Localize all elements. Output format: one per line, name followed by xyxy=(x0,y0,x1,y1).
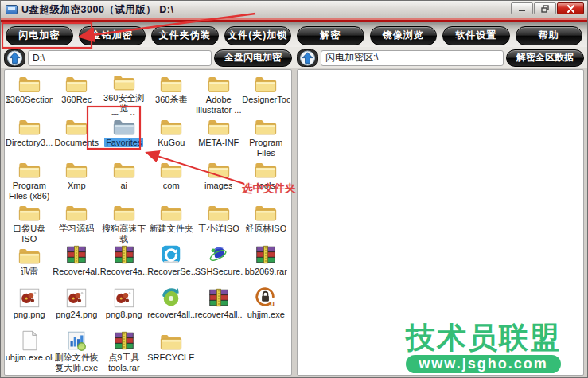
file-label: 迅雷 xyxy=(21,267,38,277)
file-item[interactable]: META-INF xyxy=(195,115,243,158)
toolbar-button-image-browse[interactable]: 镜像浏览 xyxy=(370,26,438,45)
watermark-url: www.jsgho.com xyxy=(406,355,561,373)
file-label: 搜狗高速下 载 xyxy=(102,224,146,244)
file-item[interactable]: 删除文件恢 复大师.exe xyxy=(53,329,101,372)
file-item[interactable]: Documents xyxy=(53,115,101,158)
file-label: com xyxy=(163,181,180,191)
encrypt-whole-disk-button[interactable]: 全盘闪电加密 xyxy=(214,49,292,67)
file-item[interactable]: RecoverSe... xyxy=(148,244,196,286)
file-item[interactable]: 360安全浏览 器下载 xyxy=(100,72,148,115)
file-item[interactable]: ai xyxy=(100,158,148,201)
toolbar-button-gold-encrypt[interactable]: 金钻加密 xyxy=(79,26,146,45)
folder-selected-icon xyxy=(112,115,136,138)
file-item[interactable]: 学习源码 xyxy=(53,201,101,244)
file-item[interactable]: 360杀毒 xyxy=(148,72,196,115)
title-bar: U盘超级加密3000（试用版） D:\ xyxy=(1,1,587,18)
toolbar-button-flash-encrypt[interactable]: 闪电加密 xyxy=(6,26,73,45)
file-label: 360安全浏览 器下载 xyxy=(100,93,148,115)
file-item[interactable]: png.png xyxy=(6,286,53,329)
up-navigate-button-encrypted[interactable] xyxy=(297,49,318,67)
folder-icon xyxy=(64,201,88,224)
up-navigate-button-local[interactable] xyxy=(4,49,25,67)
file-label: images xyxy=(204,181,232,191)
file-item[interactable]: 新建文件夹 xyxy=(148,201,196,244)
file-item[interactable]: 点9工具 tools.rar xyxy=(100,329,148,372)
file-item[interactable]: DesignerTool xyxy=(243,72,290,115)
file-item[interactable]: images xyxy=(195,158,243,201)
file-item[interactable]: recover4all.... xyxy=(148,286,196,329)
file-item[interactable]: uuhjjm.exe xyxy=(243,286,290,329)
file-label: 舒原林ISO xyxy=(245,224,286,234)
file-label: SRECYCLE.... xyxy=(147,353,195,363)
file-item[interactable]: com xyxy=(148,158,196,201)
encrypted-zone-panel[interactable]: 技术员联盟 www.jsgho.com xyxy=(297,69,584,376)
file-item[interactable]: tools xyxy=(243,158,290,201)
folder-icon xyxy=(64,158,88,181)
folder-icon xyxy=(112,158,136,181)
file-label: $360Section xyxy=(6,95,53,105)
file-label: 新建文件夹 xyxy=(150,224,193,234)
file-label: 删除文件恢 复大师.exe xyxy=(55,353,99,372)
toolbar-button-file-lock[interactable]: 文件(夹)加锁 xyxy=(224,26,292,45)
file-label: 点9工具 tools.rar xyxy=(108,353,140,372)
local-address-group: 全盘闪电加密 xyxy=(4,49,292,67)
image-file-icon xyxy=(112,286,136,310)
file-item[interactable]: 舒原林ISO xyxy=(243,201,290,244)
file-item[interactable]: Recover4a... xyxy=(100,244,148,286)
close-button[interactable] xyxy=(557,2,584,14)
folder-icon xyxy=(18,201,41,224)
folder-icon xyxy=(254,72,278,95)
folder-icon xyxy=(159,201,183,224)
restore-button[interactable] xyxy=(534,2,556,14)
file-item[interactable]: SRECYCLE.... xyxy=(148,329,196,372)
toolbar-button-help[interactable]: 帮助 xyxy=(516,26,583,45)
window-title: U盘超级加密3000（试用版） D:\ xyxy=(21,3,173,17)
file-label: META-INF xyxy=(198,138,239,148)
folder-icon xyxy=(112,72,136,93)
file-item[interactable]: uhjjm.exe.old xyxy=(6,329,53,372)
file-item[interactable]: Recover4al... xyxy=(53,244,101,286)
file-item[interactable]: Xmp xyxy=(53,158,101,201)
watermark: 技术员联盟 www.jsgho.com xyxy=(406,322,561,373)
file-item[interactable]: png24.png xyxy=(53,286,101,329)
file-label: Adobe Illustrator ... xyxy=(196,95,241,115)
file-label: recover4all... xyxy=(195,310,243,320)
file-label: KuGou xyxy=(158,138,185,148)
file-item[interactable]: 口袋U盘ISO xyxy=(6,201,53,244)
file-label: bb2069.rar xyxy=(245,267,287,277)
file-item[interactable]: 搜狗高速下 载 xyxy=(100,201,148,244)
file-item[interactable]: Directory3... xyxy=(6,115,53,158)
file-item[interactable]: Program Files (x86) xyxy=(6,158,53,201)
file-label: DesignerTool xyxy=(242,95,290,105)
file-item[interactable]: Program Files xyxy=(243,115,290,158)
decrypt-whole-zone-button[interactable]: 解密全区数据 xyxy=(506,49,584,67)
toolbar-button-folder-disguise[interactable]: 文件夹伪装 xyxy=(151,26,219,45)
encrypted-zone-path-field[interactable] xyxy=(321,50,504,66)
blank-file-icon xyxy=(18,329,41,353)
file-item[interactable]: Favorites xyxy=(100,115,148,158)
file-item[interactable]: png8.png xyxy=(100,286,148,329)
folder-icon xyxy=(18,158,41,181)
folder-icon xyxy=(254,201,278,224)
main-area: $360Section 360Rec 360安全浏览 器下载 360杀毒 Ado… xyxy=(1,68,587,376)
file-item[interactable]: 迅雷 xyxy=(6,244,53,286)
file-item[interactable]: 360Rec xyxy=(53,72,101,115)
toolbar-button-decrypt[interactable]: 解密 xyxy=(297,26,364,45)
file-label: tools xyxy=(257,181,275,191)
file-label: 学习源码 xyxy=(59,224,94,234)
folder-icon xyxy=(207,158,231,181)
local-path-field[interactable] xyxy=(28,50,212,66)
file-item[interactable]: bb2069.rar xyxy=(243,244,290,286)
folder-icon xyxy=(18,244,41,267)
folder-icon xyxy=(159,115,183,138)
watermark-logo-text: 技术员联盟 xyxy=(406,322,561,354)
file-item[interactable]: $360Section xyxy=(6,72,53,115)
file-item[interactable]: 王小洋ISO xyxy=(195,201,243,244)
file-item[interactable]: Adobe Illustrator ... xyxy=(195,72,243,115)
file-label: Program Files (x86) xyxy=(9,181,49,201)
file-item[interactable]: recover4all... xyxy=(195,286,243,329)
file-item[interactable]: SSHSecure... xyxy=(195,244,243,286)
minimize-button[interactable] xyxy=(511,2,533,14)
toolbar-button-settings[interactable]: 软件设置 xyxy=(442,26,510,45)
file-item[interactable]: KuGou xyxy=(148,115,196,158)
